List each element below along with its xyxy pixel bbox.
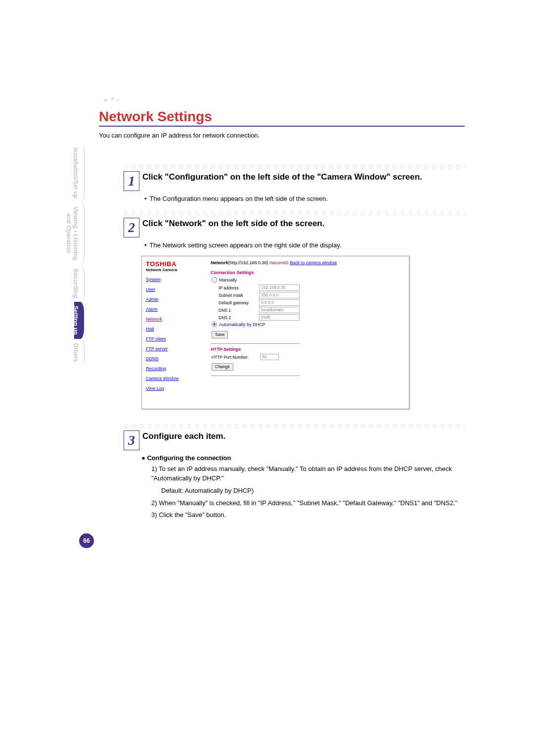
menu-camera-window[interactable]: Camera Window [146, 376, 203, 381]
ss-breadcrumb: Network(http://192.168.0.30) nwcam02 Bac… [211, 260, 405, 265]
cfg-item-3: 3) Click the "Save" button. [151, 511, 465, 520]
page-title: Network Settings [99, 109, 465, 125]
ip-field[interactable]: 192.168.0.30 [259, 284, 300, 291]
step-title-2: Click "Network" on the left side of the … [142, 218, 324, 229]
radio-manually[interactable]: Manually [212, 277, 405, 283]
radio-on-icon [212, 322, 217, 327]
separator [211, 343, 300, 344]
save-button[interactable]: Save [212, 331, 228, 338]
side-tabs: Installation/Set up Viewing • Listening … [74, 143, 84, 524]
http-port-field[interactable]: 80 [260, 354, 279, 360]
step-number-3: 3 [124, 430, 139, 450]
gw-label: Default gateway [219, 300, 259, 305]
menu-mail[interactable]: Mail [146, 327, 203, 331]
radio-auto-label: Automatically by DHCP [219, 322, 266, 327]
change-button[interactable]: Change [212, 363, 233, 371]
http-port-label: HTTP Port Number: [212, 355, 260, 360]
dns2-field[interactable]: (null) [259, 314, 300, 321]
separator [211, 376, 300, 376]
decor-bubbles: ○ ° ◦ [104, 96, 120, 103]
dns1-field[interactable]: localdomain [259, 307, 300, 313]
bc-label: Network [211, 260, 228, 265]
dot-row: ◌◌◌◌◌◌◌◌◌◌◌◌◌◌◌◌◌◌◌◌◌◌◌◌◌◌◌◌◌◌◌◌◌◌◌◌◌◌◌◌… [124, 423, 465, 428]
embedded-screenshot: TOSHIBA Network Camera System User Admin… [141, 256, 409, 409]
tab-others: Others [74, 339, 85, 366]
step-1: ◌◌◌◌◌◌◌◌◌◌◌◌◌◌◌◌◌◌◌◌◌◌◌◌◌◌◌◌◌◌◌◌◌◌◌◌◌◌◌◌… [124, 164, 465, 202]
menu-user[interactable]: User [146, 287, 203, 292]
ss-main: Network(http://192.168.0.30) nwcam02 Bac… [207, 256, 409, 409]
cfg-item-1-default: Default: Automatically by DHCP) [161, 486, 465, 496]
ip-label: IP address [219, 285, 259, 290]
bc-host: (http://192.168.0.30) [228, 260, 268, 265]
conn-heading: Connection Settings [211, 270, 405, 275]
mask-field[interactable]: 255.0.0.0 [259, 292, 300, 298]
cfg-item-2: 2) When "Manually" is checked, fill in "… [151, 499, 465, 508]
bc-back-link[interactable]: Back to camera window [290, 260, 337, 265]
menu-ftp-server[interactable]: FTP server [146, 346, 203, 351]
dns1-label: DNS 1 [219, 308, 259, 313]
radio-auto-dhcp[interactable]: Automatically by DHCP [212, 322, 405, 327]
cfg-subheading: Configuring the connection [141, 454, 465, 462]
step-title-3: Configure each item. [142, 430, 225, 441]
step-number-1: 1 [124, 171, 139, 191]
menu-view-log[interactable]: View Log [146, 386, 203, 391]
ss-sidebar: TOSHIBA Network Camera System User Admin… [142, 256, 207, 409]
cfg-item-1: 1) To set an IP address manually, check … [151, 465, 465, 483]
menu-ddns[interactable]: DDNS [146, 356, 203, 361]
tab-setting-up: Setting up [74, 302, 84, 339]
tab-recording: Recording [74, 265, 85, 302]
brand-sub: Network Camera [146, 268, 203, 272]
mask-label: Subnet mask [219, 293, 259, 298]
http-heading: HTTP Settings [211, 347, 405, 352]
radio-off-icon [212, 277, 217, 283]
step-2-bullet: The Network setting screen appears on th… [150, 241, 342, 249]
step-number-2: 2 [124, 218, 139, 237]
menu-system[interactable]: System [146, 277, 203, 282]
bc-cam: nwcam02 [269, 260, 289, 265]
tab-installation: Installation/Set up [74, 143, 85, 202]
menu-network[interactable]: Network [146, 317, 203, 322]
page-number: 66 [79, 533, 94, 548]
step-3: ◌◌◌◌◌◌◌◌◌◌◌◌◌◌◌◌◌◌◌◌◌◌◌◌◌◌◌◌◌◌◌◌◌◌◌◌◌◌◌◌… [124, 423, 465, 520]
step-title-1: Click "Configuration" on the left side o… [142, 171, 422, 182]
menu-admin[interactable]: Admin [146, 297, 203, 302]
step-2: ◌◌◌◌◌◌◌◌◌◌◌◌◌◌◌◌◌◌◌◌◌◌◌◌◌◌◌◌◌◌◌◌◌◌◌◌◌◌◌◌… [124, 210, 465, 409]
gw-field[interactable]: 0.0.0.0 [259, 299, 300, 306]
menu-recording[interactable]: Recording [146, 366, 203, 371]
intro-text: You can configure an IP address for netw… [99, 132, 465, 139]
dot-row: ◌◌◌◌◌◌◌◌◌◌◌◌◌◌◌◌◌◌◌◌◌◌◌◌◌◌◌◌◌◌◌◌◌◌◌◌◌◌◌◌… [124, 164, 465, 169]
tab-viewing: Viewing • Listening and Operation [74, 202, 85, 264]
step-1-bullet: The Configuration menu appears on the le… [150, 195, 328, 202]
menu-alarm[interactable]: Alarm [146, 307, 203, 312]
title-rule [99, 126, 465, 127]
dot-row: ◌◌◌◌◌◌◌◌◌◌◌◌◌◌◌◌◌◌◌◌◌◌◌◌◌◌◌◌◌◌◌◌◌◌◌◌◌◌◌◌… [124, 210, 465, 216]
brand: TOSHIBA [146, 260, 203, 268]
dns2-label: DNS 2 [219, 315, 259, 320]
menu-ftp-client[interactable]: FTP client [146, 336, 203, 341]
radio-manually-label: Manually [219, 278, 237, 283]
